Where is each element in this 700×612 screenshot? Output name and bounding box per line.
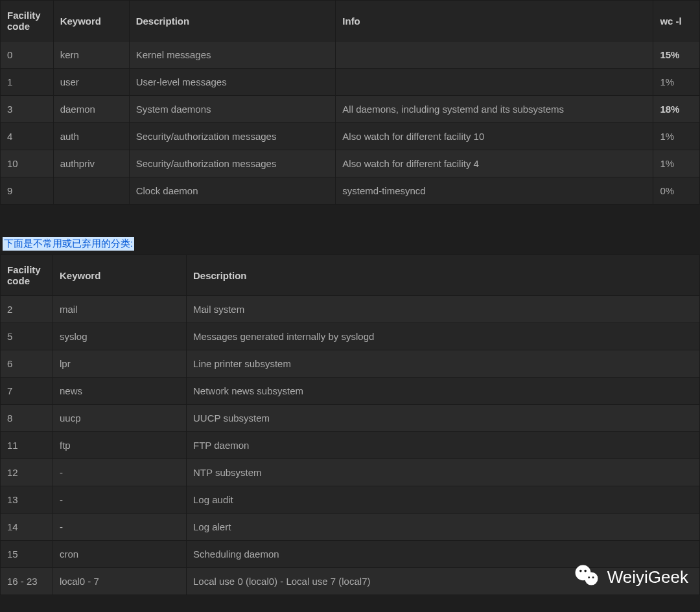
table-header-row: Facility code Keyword Description	[1, 255, 699, 295]
table-header-row: Facility code Keyword Description Info w…	[1, 1, 699, 41]
cell-info: Also watch for different facility 10	[336, 123, 653, 150]
header-info: Info	[336, 1, 653, 41]
table-row: 8uucpUUCP subsystem	[1, 405, 699, 431]
cell-info: All daemons, including systemd and its s…	[336, 96, 653, 122]
cell-description: UUCP subsystem	[187, 405, 699, 431]
cell-keyword: uucp	[53, 405, 186, 431]
cell-code: 12	[1, 459, 52, 486]
cell-description: User-level messages	[130, 69, 336, 95]
header-code: Facility code	[1, 255, 52, 295]
cell-description: Log alert	[187, 514, 699, 540]
cell-code: 9	[1, 177, 53, 204]
cell-code: 4	[1, 123, 53, 150]
deprecated-section-label: 下面是不常用或已弃用的分类:	[3, 237, 134, 251]
table-row: 3daemonSystem daemonsAll daemons, includ…	[1, 96, 699, 122]
cell-wc: 1%	[653, 123, 699, 150]
header-keyword: Keyword	[54, 1, 129, 41]
cell-description: Local use 0 (local0) - Local use 7 (loca…	[187, 568, 699, 595]
cell-code: 5	[1, 323, 52, 350]
cell-keyword: cron	[53, 541, 186, 567]
cell-description: Messages generated internally by syslogd	[187, 323, 699, 350]
cell-keyword: -	[53, 486, 186, 513]
cell-code: 15	[1, 541, 52, 567]
header-wc: wc -l	[653, 1, 699, 41]
cell-keyword: ftp	[53, 432, 186, 459]
facility-table-main: Facility code Keyword Description Info w…	[0, 0, 700, 205]
table-row: 9Clock daemonsystemd-timesyncd0%	[1, 177, 699, 204]
cell-keyword: news	[53, 378, 186, 404]
table-row: 10authprivSecurity/authorization message…	[1, 150, 699, 177]
cell-keyword: authpriv	[54, 150, 129, 177]
cell-code: 11	[1, 432, 52, 459]
cell-description: Log audit	[187, 486, 699, 513]
cell-code: 13	[1, 486, 52, 513]
cell-keyword: -	[53, 459, 186, 486]
cell-keyword	[54, 177, 129, 204]
cell-description: System daemons	[130, 96, 336, 122]
header-description: Description	[187, 255, 699, 295]
cell-keyword: user	[54, 69, 129, 95]
cell-keyword: kern	[54, 41, 129, 68]
table-row: 12-NTP subsystem	[1, 459, 699, 486]
cell-code: 0	[1, 41, 53, 68]
cell-code: 2	[1, 296, 52, 323]
table-row: 1userUser-level messages1%	[1, 69, 699, 95]
cell-wc: 0%	[653, 177, 699, 204]
table-row: 16 - 23local0 - 7Local use 0 (local0) - …	[1, 568, 699, 595]
cell-info: Also watch for different facility 4	[336, 150, 653, 177]
table-row: 5syslogMessages generated internally by …	[1, 323, 699, 350]
cell-keyword: daemon	[54, 96, 129, 122]
table-row: 0kernKernel messages15%	[1, 41, 699, 68]
cell-code: 10	[1, 150, 53, 177]
cell-wc: 18%	[653, 96, 699, 122]
table-row: 7newsNetwork news subsystem	[1, 378, 699, 404]
cell-description: Clock daemon	[130, 177, 336, 204]
cell-keyword: auth	[54, 123, 129, 150]
cell-keyword: -	[53, 514, 186, 540]
cell-code: 6	[1, 350, 52, 377]
cell-info	[336, 41, 653, 68]
header-description: Description	[130, 1, 336, 41]
cell-description: Security/authorization messages	[130, 123, 336, 150]
header-keyword: Keyword	[53, 255, 186, 295]
cell-info: systemd-timesyncd	[336, 177, 653, 204]
cell-code: 16 - 23	[1, 568, 52, 595]
table-row: 13-Log audit	[1, 486, 699, 513]
table-row: 4authSecurity/authorization messagesAlso…	[1, 123, 699, 150]
cell-description: FTP daemon	[187, 432, 699, 459]
cell-description: NTP subsystem	[187, 459, 699, 486]
cell-info	[336, 69, 653, 95]
cell-wc: 1%	[653, 150, 699, 177]
cell-wc: 15%	[653, 41, 699, 68]
table-row: 2mailMail system	[1, 296, 699, 323]
table-row: 15cronScheduling daemon	[1, 541, 699, 567]
cell-keyword: lpr	[53, 350, 186, 377]
cell-keyword: mail	[53, 296, 186, 323]
cell-code: 14	[1, 514, 52, 540]
facility-table-deprecated: Facility code Keyword Description 2mailM…	[0, 255, 700, 595]
cell-description: Security/authorization messages	[130, 150, 336, 177]
cell-code: 1	[1, 69, 53, 95]
cell-description: Kernel messages	[130, 41, 336, 68]
cell-description: Network news subsystem	[187, 378, 699, 404]
cell-description: Line printer subsystem	[187, 350, 699, 377]
cell-code: 7	[1, 378, 52, 404]
cell-wc: 1%	[653, 69, 699, 95]
header-code: Facility code	[1, 1, 53, 41]
cell-code: 8	[1, 405, 52, 431]
table-row: 11ftpFTP daemon	[1, 432, 699, 459]
cell-keyword: local0 - 7	[53, 568, 186, 595]
cell-description: Mail system	[187, 296, 699, 323]
cell-code: 3	[1, 96, 53, 122]
cell-keyword: syslog	[53, 323, 186, 350]
table-row: 14-Log alert	[1, 514, 699, 540]
cell-description: Scheduling daemon	[187, 541, 699, 567]
table-row: 6lprLine printer subsystem	[1, 350, 699, 377]
